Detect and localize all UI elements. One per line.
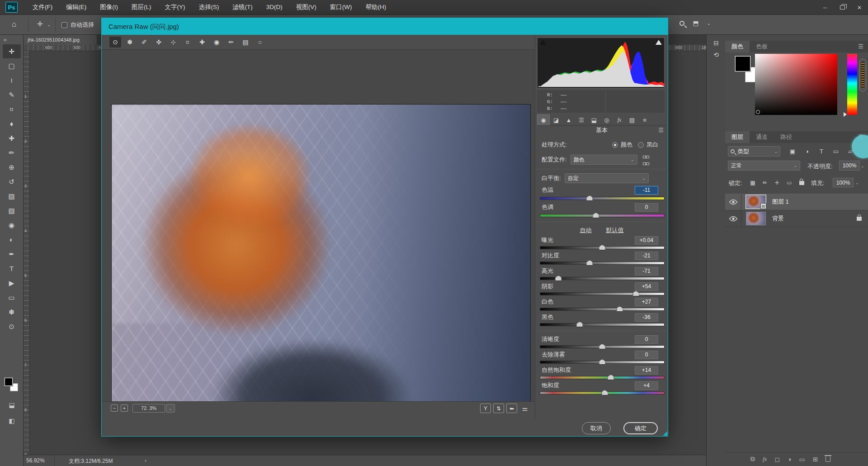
ok-button[interactable]: 确定	[623, 422, 658, 434]
lock-all-icon[interactable]	[797, 179, 806, 187]
layer-visibility-toggle[interactable]	[725, 194, 741, 210]
layer-effects-icon[interactable]: fx	[763, 456, 767, 463]
slider-track[interactable]	[540, 376, 665, 379]
chevron-down-icon[interactable]: ⌄	[47, 22, 51, 27]
tab-色板[interactable]: 色板	[750, 41, 774, 52]
slider-value-input[interactable]: 0	[635, 351, 658, 359]
color-sampler-tool[interactable]: ✜	[153, 37, 165, 48]
slider-thumb[interactable]	[555, 276, 562, 281]
saturation-brightness-field[interactable]	[755, 54, 837, 115]
collapsed-history-icon[interactable]: ⟲	[707, 51, 726, 58]
photo-preview[interactable]	[111, 104, 531, 401]
slider-track[interactable]	[540, 323, 665, 326]
slider-track[interactable]	[540, 262, 665, 265]
process-bw-radio[interactable]	[638, 142, 644, 148]
white-balance-tool[interactable]: ✐	[138, 37, 150, 48]
chevron-down-icon[interactable]: ⌄	[861, 164, 864, 168]
slider-thumb[interactable]	[586, 195, 593, 201]
chevron-down-icon[interactable]: ⌄	[166, 404, 175, 413]
new-layer-icon[interactable]: ⊞	[813, 456, 818, 463]
adjustment-layer-icon[interactable]: ◑	[788, 456, 791, 463]
red-eye-tool[interactable]: ◉	[211, 37, 222, 48]
restore-button[interactable]	[834, 0, 851, 15]
slider-value-input[interactable]: 0	[635, 203, 658, 212]
menu-item-2[interactable]: 图像(I)	[93, 0, 125, 14]
eyedropper-tool[interactable]: ♦	[3, 117, 21, 131]
graduated-filter-tool[interactable]: ▤	[240, 37, 251, 48]
blend-mode-select[interactable]: 正常 ⌄	[728, 161, 800, 171]
collapsed-panel-icon-top[interactable]: ⊟	[707, 39, 726, 47]
tab-通道[interactable]: 通道	[750, 131, 774, 143]
slider-value-input[interactable]: +4	[635, 381, 658, 390]
copy-settings-to-before[interactable]: ⬅	[506, 404, 517, 413]
zoom-in-button[interactable]: +	[121, 404, 128, 412]
brush-tool[interactable]: ✏	[3, 146, 21, 160]
before-after-toggle[interactable]: Y	[480, 404, 491, 413]
slider-value-input[interactable]: -21	[635, 252, 658, 260]
profile-select[interactable]: 颜色 ⌄	[571, 155, 637, 165]
home-icon[interactable]: ⌂	[12, 20, 16, 29]
delete-layer-icon[interactable]	[826, 456, 830, 462]
profile-browser-icon[interactable]	[643, 153, 649, 166]
eraser-tool[interactable]: ▨	[3, 189, 21, 203]
slider-value-input[interactable]: +27	[635, 298, 658, 306]
slider-value-input[interactable]: -36	[635, 313, 658, 322]
panel-scroll-handle[interactable]	[859, 59, 866, 91]
move-tool[interactable]: ✛	[3, 44, 21, 58]
history-brush-tool[interactable]: ↺	[3, 175, 21, 189]
slider-value-input[interactable]: 0	[635, 335, 658, 344]
tab-detail[interactable]: ▲	[562, 114, 575, 125]
layer-thumbnail[interactable]	[746, 212, 766, 225]
menu-item-3[interactable]: 图层(L)	[125, 0, 158, 14]
tab-lens-corrections[interactable]: ◎	[600, 114, 613, 125]
lock-transparency-icon[interactable]: ▦	[749, 179, 757, 187]
tab-tone-curve[interactable]: ◪	[550, 114, 562, 125]
slider-thumb[interactable]	[601, 390, 608, 395]
auto-select-option[interactable]: 自动选择	[61, 21, 94, 29]
spot-removal-tool[interactable]: ✚	[196, 37, 208, 48]
link-layers-icon[interactable]: ⧉	[750, 455, 755, 463]
highlight-clipping-icon[interactable]	[656, 40, 662, 45]
screen-mode-icon[interactable]: ◧	[0, 417, 24, 424]
menu-item-4[interactable]: 文字(Y)	[158, 0, 192, 14]
targeted-adjustment-tool[interactable]: ⊹	[167, 37, 179, 48]
zoom-tool[interactable]: ⊙	[109, 37, 121, 48]
slider-thumb[interactable]	[576, 322, 583, 327]
workspace-icon[interactable]: ⬒	[693, 19, 698, 27]
shape-tool[interactable]: ▭	[3, 290, 21, 304]
slider-value-input[interactable]: +0.04	[635, 236, 658, 245]
crop-tool[interactable]: ⌗	[3, 102, 21, 116]
filter-pixel-layers-icon[interactable]: ▣	[788, 146, 797, 156]
tab-camera-calibration[interactable]: ▤	[626, 114, 638, 125]
layer-filter-select[interactable]: 类型 ⌄	[728, 146, 780, 157]
menu-item-1[interactable]: 编辑(E)	[59, 0, 93, 14]
tab-路径[interactable]: 路径	[774, 131, 798, 143]
crop-tool[interactable]: ⌗	[182, 37, 193, 48]
slider-value-input[interactable]: -11	[635, 186, 658, 195]
dodge-tool[interactable]: ◐	[3, 233, 21, 247]
process-color-radio[interactable]	[612, 142, 618, 148]
dialog-resize-grip[interactable]	[663, 431, 667, 436]
chevron-down-icon[interactable]: ⌄	[707, 21, 711, 26]
marquee-tool[interactable]: ▢	[3, 59, 21, 73]
tab-颜色[interactable]: 颜色	[725, 41, 750, 52]
slider-track[interactable]	[540, 292, 665, 295]
status-menu-chevron-icon[interactable]: ›	[145, 457, 146, 464]
shadow-clipping-icon[interactable]	[540, 40, 546, 45]
quick-selection-tool[interactable]: ✎	[3, 88, 21, 102]
status-zoom-level[interactable]: 56.92%	[26, 457, 45, 464]
auto-select-checkbox[interactable]	[61, 22, 67, 28]
layer-group-icon[interactable]: ▭	[799, 456, 805, 463]
slider-thumb[interactable]	[599, 344, 606, 349]
default-link[interactable]: 默认值	[606, 226, 624, 234]
filter-shape-layers-icon[interactable]: ▭	[831, 146, 841, 156]
tab-图层[interactable]: 图层	[725, 131, 750, 143]
menu-item-10[interactable]: 帮助(H)	[359, 0, 393, 14]
slider-thumb[interactable]	[586, 260, 593, 266]
menu-item-8[interactable]: 视图(V)	[289, 0, 323, 14]
color-picker-ring[interactable]	[756, 110, 760, 114]
gradient-tool[interactable]: ▧	[3, 204, 21, 218]
slider-value-input[interactable]: +14	[635, 366, 658, 375]
tab-split-toning[interactable]: ⬓	[588, 114, 600, 125]
slider-thumb[interactable]	[632, 291, 639, 296]
